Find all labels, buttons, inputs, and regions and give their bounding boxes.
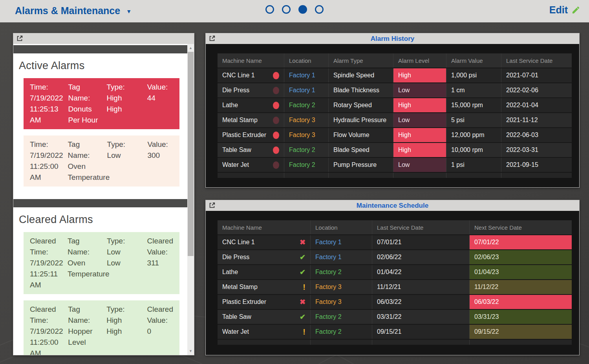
- last-service-date: 02/06/22: [372, 250, 470, 264]
- location-link[interactable]: Factory 1: [315, 239, 342, 246]
- location-link[interactable]: Factory 2: [315, 328, 342, 335]
- alarm-value: Cleared Value: 0: [147, 304, 173, 355]
- table-row[interactable]: Die Press Factory 1 Blade Thickness Low …: [218, 82, 572, 97]
- active-alarms-heading: Active Alarms: [19, 60, 187, 72]
- table-row[interactable]: CNC Line 1 Factory 1 Spindle Speed High …: [218, 68, 572, 82]
- external-link-icon[interactable]: [209, 35, 216, 42]
- maintenance-status-icon: ✖: [300, 298, 305, 306]
- location-link[interactable]: Factory 2: [315, 313, 342, 320]
- last-service-date: 2022-01-04: [501, 98, 572, 112]
- last-service-date: 2022-03-31: [501, 143, 572, 157]
- table-row[interactable]: Lathe Factory 2 Rotary Speed High 15,000…: [218, 97, 572, 112]
- location-link[interactable]: Factory 2: [289, 161, 315, 168]
- scrollbar-thumb[interactable]: [188, 52, 194, 256]
- machine-name: Table Saw: [222, 146, 251, 154]
- alarm-value: Cleared Value: 311: [147, 236, 173, 291]
- table-row[interactable]: Metal Stamp Factory 3 Hydraulic Pressure…: [218, 112, 572, 127]
- external-link-icon[interactable]: [16, 35, 23, 42]
- table-row[interactable]: Water Jet Factory 2 Pump Pressure Low 1 …: [218, 157, 572, 172]
- last-service-date: 06/03/22: [372, 295, 470, 309]
- last-service-date: 03/31/22: [372, 310, 470, 324]
- alarm-value: Value: 300: [147, 139, 173, 183]
- next-service-date: 03/31/23: [470, 310, 572, 324]
- table-row[interactable]: Table Saw Factory 2 Blade Speed High 10,…: [218, 142, 572, 157]
- alarm-tag: Tag Name: Oven Temperature: [68, 236, 99, 291]
- alarm-status-dot-icon: [273, 161, 279, 169]
- machine-name: CNC Line 1: [222, 239, 255, 246]
- table-row[interactable]: Die Press✔ Factory 1 02/06/22 02/06/23: [218, 249, 572, 264]
- alarm-level: Low: [393, 83, 446, 97]
- location-link[interactable]: Factory 1: [315, 254, 342, 261]
- next-service-date: 11/12/22: [470, 280, 572, 294]
- external-link-icon[interactable]: [209, 202, 216, 209]
- column-header: Alarm Value: [446, 53, 501, 68]
- table-row-partial: [218, 339, 572, 345]
- alarm-level: High: [393, 98, 446, 112]
- machine-name: Plastic Extruder: [222, 298, 266, 305]
- table-row[interactable]: Metal Stamp! Factory 3 11/12/21 11/12/22: [218, 279, 572, 294]
- next-service-date: 02/06/23: [470, 250, 572, 264]
- alarm-type: Blade Speed: [329, 143, 393, 157]
- location-link[interactable]: Factory 1: [289, 72, 315, 79]
- maintenance-schedule-table: Machine Name Location Last Service Date …: [218, 220, 572, 345]
- page-dot-3[interactable]: [298, 5, 307, 14]
- location-link[interactable]: Factory 2: [315, 269, 342, 276]
- maintenance-status-icon: ✔: [300, 268, 305, 276]
- table-row[interactable]: Plastic Extruder✖ Factory 3 06/03/22 06/…: [218, 294, 572, 309]
- alarm-history-table: Machine Name Location Alarm Type Alarm L…: [218, 53, 572, 178]
- alarm-status-dot-icon: [273, 72, 279, 79]
- alarm-type: Flow Volume: [329, 128, 393, 142]
- alarm-status-dot-icon: [273, 117, 279, 124]
- page-dot-4[interactable]: [315, 5, 324, 14]
- alarms-scroll-area: Active Alarms Time: 7/19/2022 11:25:13 A…: [13, 44, 187, 355]
- chevron-down-icon: ▼: [126, 7, 132, 15]
- alarm-level: High: [393, 128, 446, 142]
- column-header: Last Service Date: [372, 220, 470, 234]
- table-row[interactable]: CNC Line 1✖ Factory 1 07/01/21 07/01/22: [218, 234, 572, 249]
- alarm-value: 1 psi: [446, 158, 501, 172]
- scroll-down-arrow[interactable]: ▼: [187, 348, 194, 354]
- vertical-scrollbar[interactable]: ▲ ▼: [187, 44, 194, 355]
- last-service-date: 09/15/21: [372, 325, 470, 339]
- location-link[interactable]: Factory 2: [289, 102, 315, 109]
- alarm-tag: Tag Name: Donuts Per Hour: [68, 82, 99, 126]
- alarm-type: Spindle Speed: [329, 68, 393, 82]
- alarms-panel-header: [13, 33, 194, 44]
- scroll-up-arrow[interactable]: ▲: [187, 45, 194, 51]
- machine-name: Water Jet: [222, 328, 249, 335]
- page-dot-2[interactable]: [282, 5, 291, 14]
- table-row[interactable]: Lathe✔ Factory 2 01/04/22 01/04/23: [218, 264, 572, 279]
- table-header-row: Machine Name Location Alarm Type Alarm L…: [218, 53, 572, 68]
- location-link[interactable]: Factory 2: [289, 146, 315, 154]
- alarm-level: Low: [393, 158, 446, 172]
- page-selector-dropdown[interactable]: Alarms & Maintenance ▼: [15, 5, 132, 16]
- location-link[interactable]: Factory 1: [289, 87, 315, 94]
- alarm-history-header: Alarm History: [206, 33, 579, 44]
- location-link[interactable]: Factory 3: [315, 284, 342, 291]
- cleared-alarms-heading: Cleared Alarms: [19, 214, 187, 226]
- last-service-date: 2021-07-01: [501, 68, 572, 82]
- alarm-type: Hydraulic Pressure: [329, 113, 393, 127]
- table-row[interactable]: Water Jet! Factory 2 09/15/21 09/15/22: [218, 324, 572, 339]
- active-alarm-card: Time: 7/19/2022 11:25:00 AM Tag Name: Ov…: [24, 135, 179, 187]
- machine-name: Die Press: [222, 254, 249, 261]
- alarm-level: High: [393, 143, 446, 157]
- machine-name: Lathe: [222, 269, 238, 276]
- section-divider: [13, 45, 187, 53]
- location-link[interactable]: Factory 3: [289, 132, 315, 139]
- table-row[interactable]: Table Saw✔ Factory 2 03/31/22 03/31/23: [218, 309, 572, 324]
- location-link[interactable]: Factory 3: [315, 298, 342, 305]
- column-header: Machine Name: [218, 53, 284, 68]
- location-link[interactable]: Factory 3: [289, 117, 315, 124]
- alarm-value: 1 cm: [446, 83, 501, 97]
- alarm-tag: Tag Name: Hopper Level: [68, 304, 99, 355]
- page-dot-1[interactable]: [265, 5, 274, 14]
- machine-name: Water Jet: [222, 161, 249, 168]
- edit-button[interactable]: Edit: [549, 4, 580, 16]
- column-header: Location: [284, 53, 329, 68]
- machine-name: Die Press: [222, 87, 249, 94]
- alarm-type: Type: High High: [106, 82, 129, 126]
- table-row[interactable]: Plastic Extruder Factory 3 Flow Volume H…: [218, 127, 572, 142]
- last-service-date: 2021-11-12: [501, 113, 572, 127]
- machine-name: Lathe: [222, 102, 238, 109]
